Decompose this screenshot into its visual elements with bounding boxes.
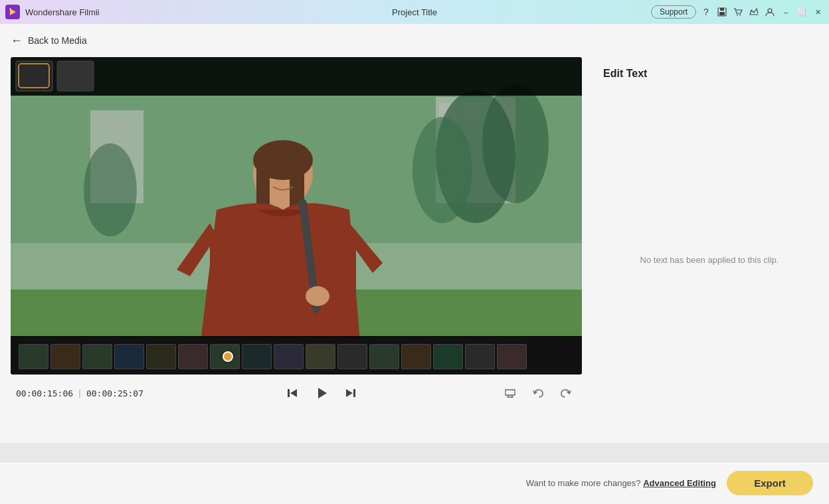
- svg-point-8: [768, 9, 772, 13]
- total-time: 00:00:25:07: [86, 388, 143, 398]
- advanced-editing-link[interactable]: Advanced Editing: [643, 478, 716, 488]
- back-to-media-button[interactable]: ← Back to Media: [11, 34, 87, 48]
- video-scene: [11, 57, 582, 375]
- user-icon[interactable]: [764, 6, 776, 18]
- back-arrow-icon: ←: [11, 34, 23, 48]
- right-controls: [500, 382, 577, 404]
- svg-rect-12: [97, 117, 110, 130]
- play-button[interactable]: [311, 382, 332, 404]
- footer-bar: Want to make more changes? Advanced Edit…: [0, 462, 829, 504]
- svg-rect-39: [353, 389, 355, 397]
- export-button[interactable]: Export: [727, 471, 813, 495]
- speech-button[interactable]: [500, 382, 521, 404]
- svg-rect-34: [57, 61, 94, 91]
- svg-rect-31: [11, 57, 582, 96]
- undo-button[interactable]: [527, 382, 549, 404]
- close-button[interactable]: ✕: [812, 6, 824, 18]
- progress-handle[interactable]: [223, 351, 233, 362]
- svg-rect-25: [256, 160, 270, 207]
- titlebar: Wondershare Filmii Project Title Support…: [0, 0, 829, 24]
- svg-rect-2: [9, 8, 11, 10]
- svg-point-29: [268, 169, 276, 178]
- svg-point-30: [290, 169, 298, 178]
- svg-rect-4: [720, 8, 724, 11]
- project-title: Project Title: [392, 7, 437, 17]
- svg-rect-13: [114, 117, 127, 130]
- filmstrip-bottom[interactable]: [11, 338, 582, 375]
- svg-point-19: [413, 117, 472, 223]
- back-label: Back to Media: [28, 35, 87, 46]
- playback-controls: [282, 382, 361, 404]
- svg-point-7: [739, 15, 741, 16]
- video-frame: [11, 57, 582, 375]
- svg-point-20: [84, 143, 137, 236]
- svg-point-6: [737, 15, 738, 16]
- empty-message: No text has been applied to this clip.: [640, 255, 779, 265]
- video-section: 00:00:15:06 | 00:00:25:07: [0, 57, 590, 443]
- svg-point-18: [482, 84, 549, 203]
- svg-marker-37: [290, 389, 297, 397]
- svg-marker-40: [346, 389, 353, 397]
- current-time: 00:00:15:06: [16, 388, 73, 398]
- cart-icon[interactable]: [732, 6, 744, 18]
- help-icon[interactable]: ?: [700, 6, 712, 18]
- svg-rect-5: [719, 12, 725, 15]
- content-row: 00:00:15:06 | 00:00:25:07: [0, 57, 829, 443]
- save-icon[interactable]: [716, 6, 728, 18]
- panel-title: Edit Text: [603, 68, 816, 80]
- back-nav: ← Back to Media: [0, 24, 829, 57]
- footer-prompt: Want to make more changes? Advanced Edit…: [526, 478, 716, 488]
- skip-back-button[interactable]: [282, 382, 303, 404]
- titlebar-left: Wondershare Filmii: [5, 5, 100, 19]
- right-panel: Edit Text No text has been applied to th…: [590, 57, 829, 443]
- svg-point-28: [306, 286, 329, 306]
- time-display: 00:00:15:06 | 00:00:25:07: [16, 388, 143, 398]
- time-separator: |: [77, 388, 82, 398]
- crown-icon[interactable]: [748, 6, 760, 18]
- timeline-divider: [0, 443, 829, 462]
- panel-empty-state: No text has been applied to this clip.: [603, 88, 816, 432]
- titlebar-right: Support ? – ⬜ ✕: [651, 5, 824, 19]
- redo-button[interactable]: [555, 382, 577, 404]
- video-player: [11, 57, 582, 375]
- minimize-button[interactable]: –: [780, 6, 792, 18]
- svg-marker-38: [318, 388, 327, 398]
- app-name-label: Wondershare Filmii: [25, 7, 100, 17]
- main-area: ← Back to Media: [0, 24, 829, 504]
- restore-button[interactable]: ⬜: [796, 6, 808, 18]
- controls-bar: 00:00:15:06 | 00:00:25:07: [11, 375, 582, 412]
- svg-rect-35: [19, 64, 49, 88]
- skip-forward-button[interactable]: [340, 382, 361, 404]
- svg-rect-36: [288, 389, 290, 397]
- support-button[interactable]: Support: [651, 5, 696, 19]
- app-logo: [5, 5, 20, 19]
